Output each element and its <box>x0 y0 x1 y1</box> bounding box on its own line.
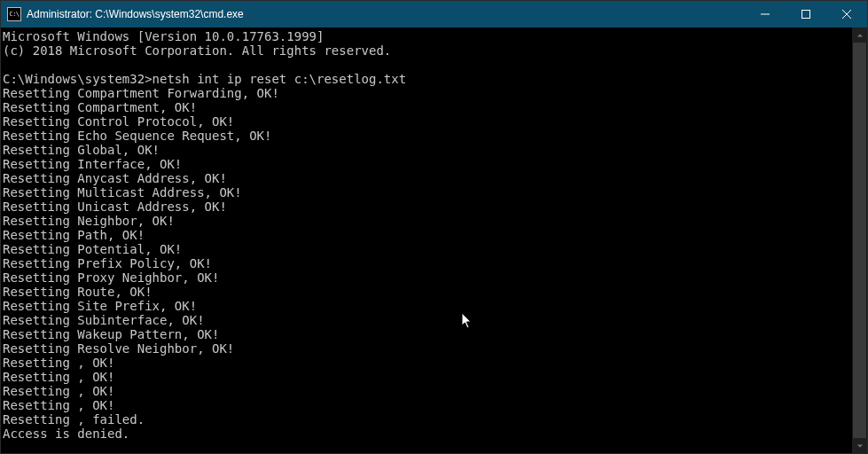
terminal-output[interactable]: Microsoft Windows [Version 10.0.17763.19… <box>1 27 852 453</box>
cmd-window: C:\ Administrator: C:\Windows\system32\c… <box>0 0 868 454</box>
maximize-button[interactable] <box>786 1 826 27</box>
close-button[interactable] <box>826 1 867 27</box>
maximize-icon <box>802 10 810 19</box>
cmd-app-icon: C:\ <box>7 7 21 21</box>
scroll-down-button[interactable] <box>852 438 867 453</box>
window-title: Administrator: C:\Windows\system32\cmd.e… <box>27 8 745 20</box>
minimize-button[interactable] <box>745 1 786 27</box>
chevron-up-icon <box>856 32 864 39</box>
window-controls <box>745 1 867 27</box>
client-area: Microsoft Windows [Version 10.0.17763.19… <box>1 27 867 453</box>
svg-rect-1 <box>802 11 810 19</box>
chevron-down-icon <box>856 442 864 450</box>
minimize-icon <box>761 10 770 19</box>
scrollbar-thumb[interactable] <box>853 43 866 438</box>
titlebar[interactable]: C:\ Administrator: C:\Windows\system32\c… <box>1 1 867 27</box>
vertical-scrollbar[interactable] <box>852 27 867 453</box>
close-icon <box>842 10 851 19</box>
cmd-app-icon-text: C:\ <box>9 12 19 18</box>
scrollbar-track[interactable] <box>852 43 867 438</box>
scroll-up-button[interactable] <box>852 27 867 43</box>
